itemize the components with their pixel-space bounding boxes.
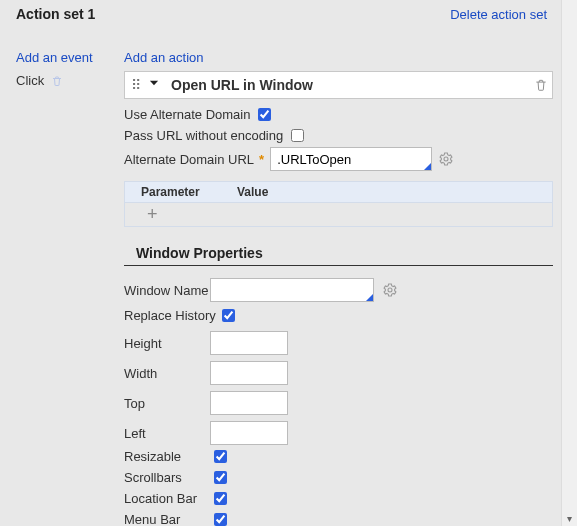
scrollbar-track[interactable]: ▾ xyxy=(561,0,577,526)
pass-url-label: Pass URL without encoding xyxy=(124,128,283,143)
alt-domain-url-label: Alternate Domain URL xyxy=(124,152,254,167)
delete-action-set-link[interactable]: Delete action set xyxy=(450,7,547,22)
alt-domain-url-gear-icon[interactable] xyxy=(436,149,456,169)
use-alt-domain-checkbox[interactable] xyxy=(258,108,271,121)
events-column: Add an event Click xyxy=(16,28,124,526)
parameters-col-value: Value xyxy=(235,185,552,199)
action-header-bar: ⠿ Open URL in Window xyxy=(124,71,553,99)
bool-props: Resizable Scrollbars Location Bar Menu B… xyxy=(124,447,553,526)
window-name-gear-icon[interactable] xyxy=(380,280,400,300)
window-properties-title: Window Properties xyxy=(124,245,553,266)
action-type-dropdown-icon[interactable] xyxy=(147,76,167,94)
replace-history-checkbox[interactable] xyxy=(222,309,235,322)
parameters-header: Parameter Value xyxy=(124,181,553,203)
add-action-link[interactable]: Add an action xyxy=(124,50,553,65)
location-bar-checkbox[interactable] xyxy=(214,492,227,505)
window-name-input[interactable] xyxy=(210,278,374,302)
required-star-icon: * xyxy=(258,152,266,167)
alt-domain-url-row: Alternate Domain URL * xyxy=(124,147,553,171)
delete-action-icon[interactable] xyxy=(530,77,552,93)
location-bar-label: Location Bar xyxy=(124,491,210,506)
left-input[interactable] xyxy=(210,421,288,445)
width-label: Width xyxy=(124,366,210,381)
menu-bar-label: Menu Bar xyxy=(124,512,210,526)
scrollbars-label: Scrollbars xyxy=(124,470,210,485)
top-row: Top xyxy=(124,391,553,415)
height-label: Height xyxy=(124,336,210,351)
parameters-table: Parameter Value + xyxy=(124,181,553,227)
resizable-label: Resizable xyxy=(124,449,210,464)
alt-domain-url-input[interactable] xyxy=(270,147,432,171)
pass-url-row: Pass URL without encoding xyxy=(124,126,553,145)
use-alt-domain-label: Use Alternate Domain xyxy=(124,107,250,122)
header: Action set 1 Delete action set xyxy=(0,0,577,28)
resizable-checkbox[interactable] xyxy=(214,450,227,463)
height-row: Height xyxy=(124,331,553,355)
delete-event-icon[interactable] xyxy=(50,74,64,88)
resizable-row: Resizable xyxy=(124,447,553,466)
replace-history-label: Replace History xyxy=(124,308,216,323)
drag-handle-icon[interactable]: ⠿ xyxy=(125,77,147,93)
action-set-editor: Action set 1 Delete action set Add an ev… xyxy=(0,0,577,526)
parameters-add-button[interactable]: + xyxy=(124,203,553,227)
top-input[interactable] xyxy=(210,391,288,415)
scrollbars-checkbox[interactable] xyxy=(214,471,227,484)
actions-column: Add an action ⠿ Open URL in Window Use A… xyxy=(124,28,561,526)
alt-domain-url-input-wrap xyxy=(270,147,432,171)
pass-url-checkbox[interactable] xyxy=(291,129,304,142)
action-type-label: Open URL in Window xyxy=(167,77,530,93)
window-name-input-wrap xyxy=(210,278,374,302)
left-row: Left xyxy=(124,421,553,445)
menu-bar-checkbox[interactable] xyxy=(214,513,227,526)
menu-bar-row: Menu Bar xyxy=(124,510,553,526)
event-item[interactable]: Click xyxy=(16,73,124,88)
action-set-title: Action set 1 xyxy=(16,6,95,22)
replace-history-row: Replace History xyxy=(124,306,553,325)
height-input[interactable] xyxy=(210,331,288,355)
scrollbars-row: Scrollbars xyxy=(124,468,553,487)
add-event-link[interactable]: Add an event xyxy=(16,50,124,65)
svg-point-0 xyxy=(444,157,448,161)
event-item-label: Click xyxy=(16,73,44,88)
svg-point-1 xyxy=(388,288,392,292)
left-label: Left xyxy=(124,426,210,441)
parameters-col-parameter: Parameter xyxy=(125,185,235,199)
window-name-label: Window Name xyxy=(124,283,210,298)
location-bar-row: Location Bar xyxy=(124,489,553,508)
body: Add an event Click Add an action ⠿ Open … xyxy=(0,28,577,526)
window-name-row: Window Name xyxy=(124,278,553,302)
scroll-down-icon[interactable]: ▾ xyxy=(563,512,575,524)
use-alt-domain-row: Use Alternate Domain xyxy=(124,105,553,124)
width-row: Width xyxy=(124,361,553,385)
top-label: Top xyxy=(124,396,210,411)
width-input[interactable] xyxy=(210,361,288,385)
